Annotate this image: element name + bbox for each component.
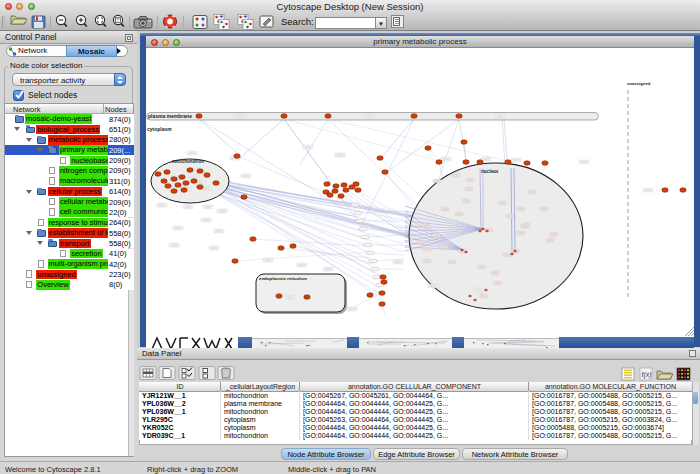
svg-text:f(x): f(x) — [642, 371, 652, 379]
